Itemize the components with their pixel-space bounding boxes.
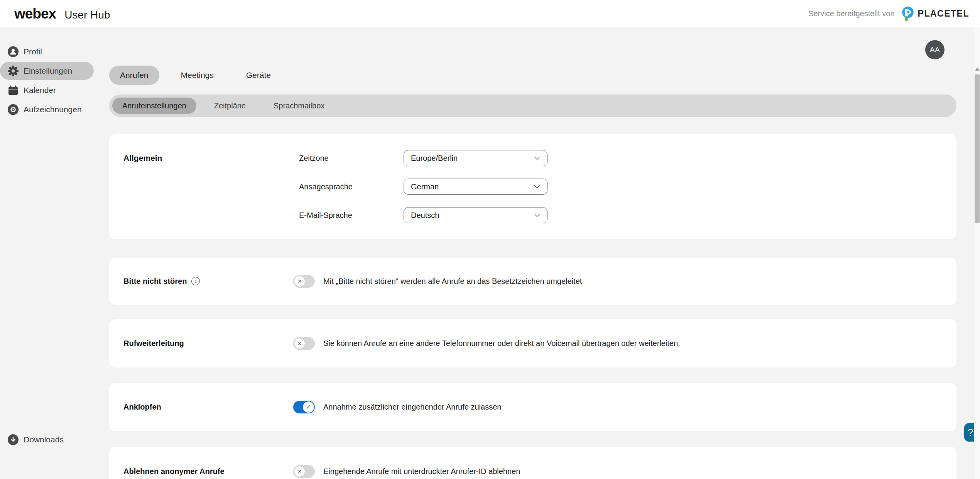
dropdown-value: Europe/Berlin xyxy=(411,154,458,163)
webex-wordmark: webex xyxy=(14,6,56,22)
sidebar-item-aufzeichnungen[interactable]: Aufzeichnungen xyxy=(0,100,94,118)
sidebar-item-label: Profil xyxy=(24,47,42,56)
zeitzone-dropdown[interactable]: Europe/Berlin xyxy=(404,150,547,166)
chevron-down-icon xyxy=(534,213,540,217)
info-icon[interactable]: i xyxy=(191,277,200,285)
sidebar-item-einstellungen[interactable]: Einstellungen xyxy=(0,62,94,80)
label-text: Anklopfen xyxy=(123,403,161,412)
dropdown-value: Deutsch xyxy=(411,211,439,220)
download-icon xyxy=(7,434,19,445)
chevron-down-icon xyxy=(534,185,540,189)
subtab-zeitplaene[interactable]: Zeitpläne xyxy=(204,98,256,114)
field-row-email-sprache: E-Mail-Sprache Deutsch xyxy=(109,207,956,223)
card-ablehnen-anonymer-anrufe: Ablehnen anonymer Anrufe ✕ Eingehende An… xyxy=(109,447,956,479)
sidebar-item-label: Downloads xyxy=(24,435,64,444)
toggle-knob: ✕ xyxy=(294,338,305,349)
toggle-card-label: Ablehnen anonymer Anrufe xyxy=(123,467,293,476)
subtab-anrufeinstellungen[interactable]: Anrufeinstellungen xyxy=(112,98,196,114)
webex-logo[interactable]: webex User Hub xyxy=(14,6,110,22)
toggle-description: Annahme zusätzlicher eingehender Anrufe … xyxy=(323,403,501,412)
scroll-up-arrow-icon[interactable] xyxy=(975,67,980,71)
field-label: Zeitzone xyxy=(299,150,329,166)
card-anklopfen: Anklopfen ✓ Annahme zusätzlicher eingehe… xyxy=(109,383,956,431)
field-row-ansagesprache: Ansagesprache German xyxy=(109,179,956,195)
recordings-icon xyxy=(7,104,19,115)
gear-icon xyxy=(7,65,19,77)
calendar-icon xyxy=(7,84,19,96)
settings-tabs: Anrufen Meetings Geräte xyxy=(109,66,292,85)
tab-geraete[interactable]: Geräte xyxy=(235,66,282,85)
subtab-sprachmailbox[interactable]: Sprachmailbox xyxy=(264,98,335,114)
tab-meetings[interactable]: Meetings xyxy=(170,66,225,85)
sidebar-item-downloads[interactable]: Downloads xyxy=(0,430,94,449)
card-allgemein: Allgemein Zeitzone Europe/Berlin Ansages… xyxy=(109,134,956,239)
product-name: User Hub xyxy=(64,9,110,21)
placetel-wordmark: PLACETEL xyxy=(918,8,969,19)
call-waiting-toggle[interactable]: ✓ xyxy=(293,401,315,413)
toggle-knob: ✕ xyxy=(294,466,305,477)
call-forwarding-toggle[interactable]: ✕ xyxy=(293,337,315,350)
service-branding: Service bereitgestellt von PLACETEL xyxy=(808,6,969,22)
field-label: Ansagesprache xyxy=(299,179,353,195)
sidebar: Profil Einstellungen xyxy=(0,42,94,120)
placetel-icon xyxy=(901,6,915,22)
sidebar-item-kalender[interactable]: Kalender xyxy=(0,81,94,99)
toggle-description: Sie können Anrufe an eine andere Telefon… xyxy=(323,339,680,348)
placetel-logo: PLACETEL xyxy=(901,6,969,22)
sidebar-item-label: Einstellungen xyxy=(24,66,72,76)
card-bitte-nicht-stoeren: Bitte nicht stören i ✕ Mit „Bitte nicht … xyxy=(109,258,956,305)
sidebar-item-label: Aufzeichnungen xyxy=(24,105,82,114)
toggle-knob: ✓ xyxy=(303,401,314,413)
toggle-card-label: Anklopfen xyxy=(123,403,293,412)
toggle-card-label: Bitte nicht stören i xyxy=(123,277,293,286)
service-provided-by-label: Service bereitgestellt von xyxy=(808,9,894,18)
scrollbar-thumb[interactable] xyxy=(975,74,980,223)
ansagesprache-dropdown[interactable]: German xyxy=(404,179,547,195)
top-bar: webex User Hub Service bereitgestellt vo… xyxy=(0,0,980,27)
profile-icon xyxy=(7,46,19,57)
label-text: Ablehnen anonymer Anrufe xyxy=(123,467,225,476)
reject-anonymous-toggle[interactable]: ✕ xyxy=(293,465,315,478)
card-rufweiterleitung: Rufweiterleitung ✕ Sie können Anrufe an … xyxy=(109,319,956,368)
dropdown-value: German xyxy=(411,182,439,191)
toggle-description: Mit „Bitte nicht stören“ werden alle Anr… xyxy=(323,277,582,286)
toggle-card-label: Rufweiterleitung xyxy=(123,339,293,348)
chevron-down-icon xyxy=(534,156,540,160)
tab-anrufen[interactable]: Anrufen xyxy=(109,66,159,85)
avatar[interactable]: AA xyxy=(925,40,945,59)
field-label: E-Mail-Sprache xyxy=(299,207,352,223)
toggle-knob: ✕ xyxy=(294,276,305,287)
label-text: Rufweiterleitung xyxy=(123,339,184,348)
field-row-zeitzone: Zeitzone Europe/Berlin xyxy=(109,150,956,166)
label-text: Bitte nicht stören xyxy=(123,277,187,286)
toggle-description: Eingehende Anrufe mit unterdrückter Anru… xyxy=(323,467,520,476)
sidebar-item-profil[interactable]: Profil xyxy=(0,42,94,61)
email-sprache-dropdown[interactable]: Deutsch xyxy=(404,207,547,223)
subtab-bar: Anrufeinstellungen Zeitpläne Sprachmailb… xyxy=(109,94,956,117)
sidebar-item-label: Kalender xyxy=(24,86,56,95)
dnd-toggle[interactable]: ✕ xyxy=(293,275,315,288)
scrollbar xyxy=(974,27,980,479)
